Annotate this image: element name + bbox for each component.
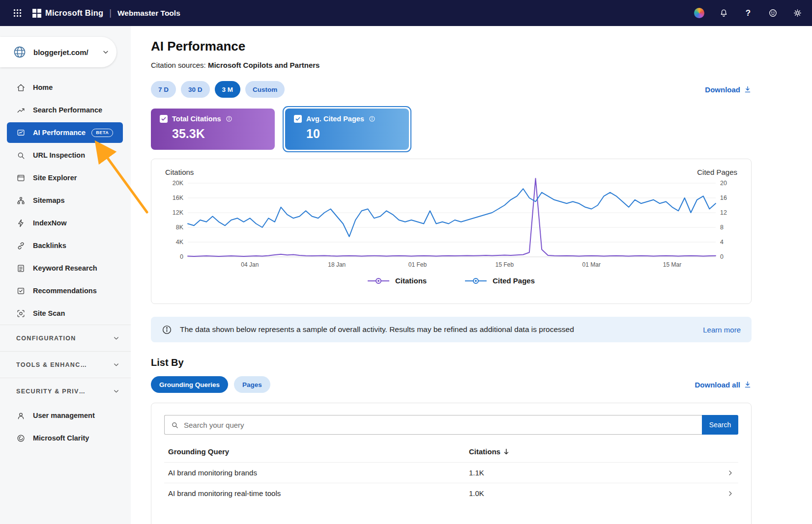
table-row[interactable]: AI brand monitoring brands1.1K [164,462,738,483]
svg-text:4: 4 [720,239,724,246]
sidebar-item-label: IndexNow [33,219,66,227]
sidebar-item-microsoft-clarity[interactable]: Microsoft Clarity [0,427,131,449]
sidebar-item-sitemaps[interactable]: Sitemaps [0,189,131,212]
download-icon [744,381,752,388]
sidebar-item-label: Home [33,83,53,91]
svg-text:8: 8 [720,224,724,231]
table-header: Grounding Query Citations [164,447,738,462]
sidebar-section-security-privacy[interactable]: SECURITY & PRIV… [0,378,131,404]
sidebar-nav: Home Search Performance AI Performance B… [0,76,131,449]
product-title[interactable]: Webmaster Tools [117,9,180,18]
sidebar-section-tools-enhancements[interactable]: TOOLS & ENHANC… [0,351,131,378]
chevron-down-icon [113,387,120,395]
info-icon[interactable] [226,115,232,122]
sidebar-item-site-explorer[interactable]: Site Explorer [0,166,131,189]
site-name: bloggerjet.com/ [33,48,102,56]
sidebar-item-search-performance[interactable]: Search Performance [0,99,131,121]
search-button[interactable]: Search [702,415,738,435]
svg-text:0: 0 [720,253,724,260]
column-grounding-query[interactable]: Grounding Query [168,447,469,456]
tab-pages[interactable]: Pages [234,376,270,393]
section-label: CONFIGURATION [16,335,113,342]
citation-sources-subtitle: Citation sources: Microsoft Copilots and… [151,61,752,69]
range-30d-pill[interactable]: 30 D [181,81,210,98]
help-icon[interactable]: ? [742,7,754,19]
total-citations-checkbox[interactable] [160,115,168,123]
legend-label: Cited Pages [493,276,535,285]
app-launcher-icon[interactable] [9,5,26,22]
info-icon[interactable] [369,115,376,122]
page-title: AI Performance [151,39,752,54]
legend-line-icon [368,277,389,284]
microsoft-logo-icon [32,9,41,18]
legend-cited-pages[interactable]: Cited Pages [465,276,535,285]
chevron-right-icon[interactable] [726,469,734,477]
settings-gear-icon[interactable] [791,7,803,19]
sidebar-item-site-scan[interactable]: Site Scan [0,302,131,325]
download-label: Download [705,85,740,94]
svg-text:4K: 4K [176,239,184,246]
sidebar-item-label: Sitemaps [33,196,64,204]
svg-text:12K: 12K [173,209,184,216]
svg-text:15 Mar: 15 Mar [663,261,681,268]
avg-cited-pages-card[interactable]: Avg. Cited Pages 10 [285,109,409,150]
checklist-icon [16,286,26,296]
table-row[interactable]: AI brand monitoring real-time tools1.0K [164,483,738,503]
legend-citations[interactable]: Citations [368,276,427,285]
section-label: SECURITY & PRIV… [16,388,113,395]
svg-text:04 Jan: 04 Jan [241,261,259,268]
subtitle-label: Citation sources: [151,61,206,69]
download-button[interactable]: Download [705,85,752,94]
svg-text:8K: 8K [176,224,184,231]
range-custom-pill[interactable]: Custom [245,81,285,98]
svg-text:01 Mar: 01 Mar [582,261,601,268]
site-selector[interactable]: bloggerjet.com/ [0,37,116,67]
row-query: AI brand monitoring real-time tools [168,489,469,497]
brand-title[interactable]: Microsoft Bing [45,8,103,18]
sitemap-tree-icon [16,196,26,205]
range-3m-pill[interactable]: 3 M [215,81,241,98]
user-icon [16,411,26,420]
feedback-smiley-icon[interactable] [767,7,779,19]
svg-text:16: 16 [720,194,727,201]
scan-frame-icon [16,309,26,318]
sidebar-item-home[interactable]: Home [0,76,131,99]
sidebar-item-recommendations[interactable]: Recommendations [0,279,131,302]
citations-line-chart[interactable]: 20K2016K1612K128K84K40004 Jan18 Jan01 Fe… [164,176,739,271]
chevron-down-icon [102,48,110,56]
column-citations-label: Citations [469,447,500,456]
ai-performance-icon [16,128,26,138]
sidebar-item-user-management[interactable]: User management [0,404,131,427]
download-all-button[interactable]: Download all [695,381,752,389]
tab-grounding-queries[interactable]: Grounding Queries [151,376,228,393]
column-citations[interactable]: Citations [469,447,538,456]
sidebar-item-indexnow[interactable]: IndexNow [0,212,131,234]
range-7d-pill[interactable]: 7 D [151,81,176,98]
copilot-icon[interactable] [693,7,705,19]
legend-label: Citations [395,276,427,285]
sidebar-item-keyword-research[interactable]: Keyword Research [0,257,131,279]
date-range-row: 7 D 30 D 3 M Custom Download [151,81,752,98]
sort-descending-icon[interactable] [503,448,509,455]
chevron-down-icon [113,361,120,368]
chevron-right-icon[interactable] [726,490,734,497]
metric-cards-row: Total Citations 35.3K Avg. Cited Pages [151,109,752,150]
metric-value: 10 [306,127,400,141]
learn-more-link[interactable]: Learn more [703,326,741,334]
trending-up-icon [16,106,26,115]
sidebar-section-configuration[interactable]: CONFIGURATION [0,325,131,351]
total-citations-card[interactable]: Total Citations 35.3K [151,109,275,150]
sidebar-item-label: Keyword Research [33,264,97,272]
subtitle-value: Microsoft Copilots and Partners [208,61,320,69]
avg-cited-pages-checkbox[interactable] [294,115,302,123]
sidebar-item-ai-performance[interactable]: AI Performance BETA [7,122,123,143]
sidebar-item-url-inspection[interactable]: URL Inspection [0,144,131,166]
banner-text: The data shown below represents a sample… [180,325,574,334]
sidebar: bloggerjet.com/ Home Search Performance … [0,26,131,524]
search-input[interactable] [184,421,696,429]
search-box [164,415,702,435]
notifications-bell-icon[interactable] [718,7,729,19]
beta-badge: BETA [91,129,113,137]
svg-text:15 Feb: 15 Feb [495,261,514,268]
sidebar-item-backlinks[interactable]: Backlinks [0,234,131,257]
